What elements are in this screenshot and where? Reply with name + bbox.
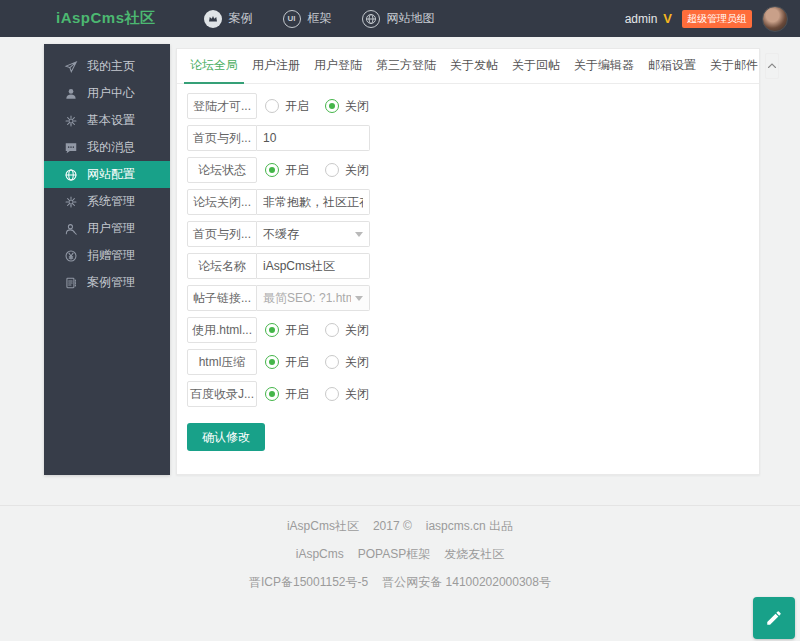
radio-html-compress-on[interactable]: 开启 xyxy=(265,354,309,371)
radio-icon xyxy=(325,163,339,177)
sidebar-item-system[interactable]: 系统管理 xyxy=(44,188,170,215)
vip-icon: V xyxy=(663,11,672,26)
sidebar-item-site-config[interactable]: 网站配置 xyxy=(44,161,170,188)
footer-link-community[interactable]: 发烧友社区 xyxy=(444,547,504,561)
sidebar-item-user-center[interactable]: 用户中心 xyxy=(44,80,170,107)
radio-label: 关闭 xyxy=(345,354,369,371)
confirm-save-button[interactable]: 确认修改 xyxy=(187,423,265,451)
username[interactable]: admin xyxy=(625,12,658,26)
nav-label: 网站地图 xyxy=(387,10,435,27)
footer-link-popasp[interactable]: POPASP框架 xyxy=(358,547,430,561)
quick-edit-button[interactable] xyxy=(753,597,795,639)
sidebar-item-case-manage[interactable]: 案例管理 xyxy=(44,269,170,296)
footer-year: 2017 © xyxy=(373,519,412,533)
radio-label: 关闭 xyxy=(345,98,369,115)
globe-icon xyxy=(64,168,78,182)
radio-label: 开启 xyxy=(285,386,309,403)
radio-icon xyxy=(265,387,279,401)
field-label: 论坛名称 xyxy=(187,253,257,279)
crown-icon xyxy=(204,10,222,28)
nav-label: 案例 xyxy=(229,10,253,27)
tab-mail[interactable]: 关于邮件 xyxy=(704,49,764,84)
sidebar-item-donation[interactable]: 捐赠管理 xyxy=(44,242,170,269)
chevron-up-icon xyxy=(766,60,778,72)
nav-item-cases[interactable]: 案例 xyxy=(204,10,253,28)
footer-link-iaspcms[interactable]: iAspCms xyxy=(296,547,344,561)
footer: iAspCms社区2017 ©iaspcms.cn 出品 iAspCmsPOPA… xyxy=(0,505,800,641)
footer-copyright: iAspCms社区2017 ©iaspcms.cn 出品 xyxy=(0,518,800,535)
field-label: html压缩 xyxy=(187,349,257,375)
tab-mailbox[interactable]: 邮箱设置 xyxy=(642,49,702,84)
app-logo[interactable]: iAspCms社区 xyxy=(56,9,156,28)
yen-icon xyxy=(64,249,78,263)
chevron-down-icon xyxy=(355,232,363,237)
form-row: 登陆才可... 开启 关闭 xyxy=(187,93,759,119)
footer-links: iAspCmsPOPASP框架发烧友社区 xyxy=(0,546,800,563)
role-badge[interactable]: 超级管理员组 xyxy=(682,10,752,28)
user-manage-icon xyxy=(64,222,78,236)
cache-select[interactable]: 不缓存 xyxy=(257,221,370,247)
tab-third-party-login[interactable]: 第三方登陆 xyxy=(370,49,442,84)
radio-login-required-off[interactable]: 关闭 xyxy=(325,98,369,115)
radio-label: 关闭 xyxy=(345,386,369,403)
field-label: 使用.html... xyxy=(187,317,257,343)
select-value: 不缓存 xyxy=(263,226,351,243)
nav-item-sitemap[interactable]: 网站地图 xyxy=(362,10,435,28)
form-row: 首页与列... xyxy=(187,125,759,151)
form-row: html压缩 开启 关闭 xyxy=(187,349,759,375)
tab-posting[interactable]: 关于发帖 xyxy=(444,49,504,84)
radio-baidu-js-off[interactable]: 关闭 xyxy=(325,386,369,403)
sidebar-item-home[interactable]: 我的主页 xyxy=(44,53,170,80)
form-row: 百度收录J... 开启 关闭 xyxy=(187,381,759,407)
avatar[interactable] xyxy=(762,6,788,32)
post-link-select[interactable]: 最简SEO: ?1.html xyxy=(257,285,370,311)
radio-forum-status-off[interactable]: 关闭 xyxy=(325,162,369,179)
close-reason-input[interactable] xyxy=(257,189,370,215)
sidebar-item-label: 用户中心 xyxy=(87,85,135,102)
radio-icon xyxy=(265,163,279,177)
radio-baidu-js-on[interactable]: 开启 xyxy=(265,386,309,403)
radio-forum-status-on[interactable]: 开启 xyxy=(265,162,309,179)
nav-item-framework[interactable]: UI 框架 xyxy=(283,10,332,28)
gear-icon xyxy=(64,195,78,209)
top-bar: iAspCms社区 案例 UI 框架 网站地图 admin V 超级管理员组 xyxy=(0,0,800,37)
nav-label: 框架 xyxy=(308,10,332,27)
page-size-input[interactable] xyxy=(257,125,370,151)
radio-html-suffix-on[interactable]: 开启 xyxy=(265,322,309,339)
gear-icon xyxy=(64,114,78,128)
radio-label: 开启 xyxy=(285,98,309,115)
user-area: admin V 超级管理员组 xyxy=(625,6,788,32)
sidebar-item-basic-settings[interactable]: 基本设置 xyxy=(44,107,170,134)
tab-replies[interactable]: 关于回帖 xyxy=(506,49,566,84)
field-label: 首页与列... xyxy=(187,125,257,151)
field-label: 论坛状态 xyxy=(187,157,257,183)
radio-icon xyxy=(325,99,339,113)
tab-forum-global[interactable]: 论坛全局 xyxy=(184,49,244,84)
sidebar-item-messages[interactable]: 我的消息 xyxy=(44,134,170,161)
tab-user-register[interactable]: 用户注册 xyxy=(246,49,306,84)
sidebar-item-label: 案例管理 xyxy=(87,274,135,291)
globe-icon xyxy=(362,10,380,28)
tab-user-login[interactable]: 用户登陆 xyxy=(308,49,368,84)
tab-editor[interactable]: 关于编辑器 xyxy=(568,49,640,84)
radio-login-required-on[interactable]: 开启 xyxy=(265,98,309,115)
field-label: 帖子链接... xyxy=(187,285,257,311)
form-row: 论坛状态 开启 关闭 xyxy=(187,157,759,183)
main-panel: 论坛全局 用户注册 用户登陆 第三方登陆 关于发帖 关于回帖 关于编辑器 邮箱设… xyxy=(176,48,760,475)
collapse-panel-button[interactable] xyxy=(765,53,779,79)
footer-credit: iaspcms.cn 出品 xyxy=(426,519,513,533)
form-row: 帖子链接... 最简SEO: ?1.html xyxy=(187,285,759,311)
forum-name-input[interactable] xyxy=(257,253,370,279)
form-row: 使用.html... 开启 关闭 xyxy=(187,317,759,343)
radio-html-suffix-off[interactable]: 关闭 xyxy=(325,322,369,339)
top-nav: 案例 UI 框架 网站地图 xyxy=(204,10,465,28)
radio-label: 关闭 xyxy=(345,162,369,179)
radio-html-compress-off[interactable]: 关闭 xyxy=(325,354,369,371)
radio-label: 开启 xyxy=(285,322,309,339)
sidebar-item-user-manage[interactable]: 用户管理 xyxy=(44,215,170,242)
ui-framework-icon: UI xyxy=(283,10,301,28)
pencil-icon xyxy=(765,609,783,627)
radio-icon xyxy=(265,355,279,369)
paper-plane-icon xyxy=(64,60,78,74)
form-row: 论坛名称 xyxy=(187,253,759,279)
